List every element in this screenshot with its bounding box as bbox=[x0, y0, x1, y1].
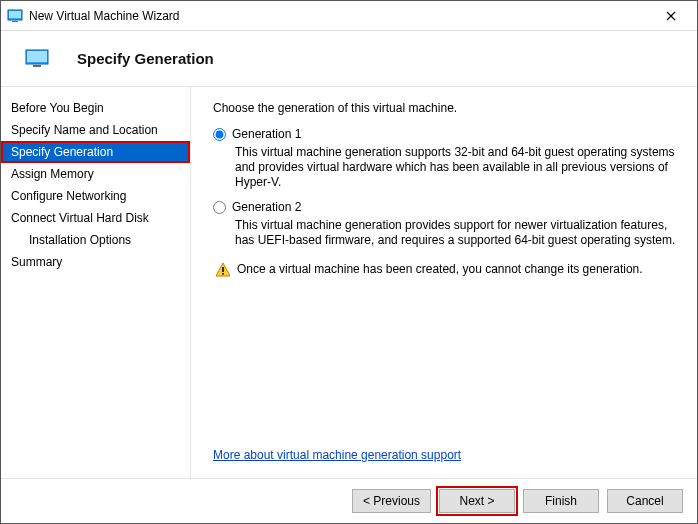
radio-gen1[interactable] bbox=[213, 128, 226, 141]
app-icon bbox=[7, 8, 23, 24]
content-pane: Choose the generation of this virtual ma… bbox=[191, 87, 697, 478]
cancel-button[interactable]: Cancel bbox=[607, 489, 683, 513]
titlebar: New Virtual Machine Wizard bbox=[1, 1, 697, 31]
sidebar-item-assign-memory[interactable]: Assign Memory bbox=[1, 163, 190, 185]
sidebar-item-specify-name-location[interactable]: Specify Name and Location bbox=[1, 119, 190, 141]
more-info-link[interactable]: More about virtual machine generation su… bbox=[213, 448, 679, 462]
wizard-window: New Virtual Machine Wizard Specify Gener… bbox=[0, 0, 698, 524]
footer: < Previous Next > Finish Cancel bbox=[1, 478, 697, 523]
sidebar-item-summary[interactable]: Summary bbox=[1, 251, 190, 273]
option-gen2[interactable]: Generation 2 bbox=[213, 200, 679, 214]
sidebar-item-installation-options[interactable]: Installation Options bbox=[1, 229, 190, 251]
previous-button[interactable]: < Previous bbox=[352, 489, 431, 513]
svg-rect-1 bbox=[9, 11, 21, 18]
warning-text: Once a virtual machine has been created,… bbox=[237, 262, 643, 276]
svg-rect-4 bbox=[27, 51, 47, 62]
wizard-body: Before You Begin Specify Name and Locati… bbox=[1, 87, 697, 478]
next-button[interactable]: Next > bbox=[439, 489, 515, 513]
intro-text: Choose the generation of this virtual ma… bbox=[213, 101, 679, 115]
sidebar-item-configure-networking[interactable]: Configure Networking bbox=[1, 185, 190, 207]
option-gen1[interactable]: Generation 1 bbox=[213, 127, 679, 141]
radio-gen2-label: Generation 2 bbox=[232, 200, 301, 214]
warning-icon bbox=[215, 262, 231, 278]
sidebar-item-connect-vhd[interactable]: Connect Virtual Hard Disk bbox=[1, 207, 190, 229]
wizard-header: Specify Generation bbox=[1, 31, 697, 87]
warning-row: Once a virtual machine has been created,… bbox=[215, 262, 679, 278]
svg-rect-6 bbox=[222, 267, 224, 272]
radio-gen1-label: Generation 1 bbox=[232, 127, 301, 141]
page-heading: Specify Generation bbox=[77, 50, 214, 67]
finish-button[interactable]: Finish bbox=[523, 489, 599, 513]
svg-rect-7 bbox=[222, 273, 224, 275]
svg-rect-5 bbox=[33, 65, 41, 67]
window-title: New Virtual Machine Wizard bbox=[29, 9, 651, 23]
gen1-description: This virtual machine generation supports… bbox=[235, 145, 679, 190]
radio-gen2[interactable] bbox=[213, 201, 226, 214]
sidebar-item-before-you-begin[interactable]: Before You Begin bbox=[1, 97, 190, 119]
sidebar-item-specify-generation[interactable]: Specify Generation bbox=[1, 141, 190, 163]
svg-rect-2 bbox=[12, 21, 18, 22]
vm-icon bbox=[25, 49, 49, 69]
close-button[interactable] bbox=[651, 2, 691, 30]
gen2-description: This virtual machine generation provides… bbox=[235, 218, 679, 248]
sidebar: Before You Begin Specify Name and Locati… bbox=[1, 87, 191, 478]
